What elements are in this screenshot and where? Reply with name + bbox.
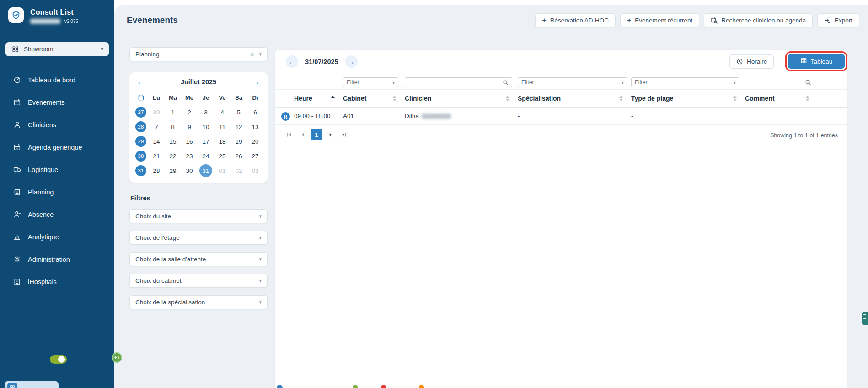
sidebar-item-cliniciens[interactable]: Cliniciens (0, 113, 114, 136)
evenement-recurrent-button[interactable]: + Evenement récurrent (620, 13, 699, 27)
sidebar-item-planning[interactable]: Planning (0, 181, 114, 203)
pagination-status: Showing 1 to 1 of 1 entries (770, 132, 838, 139)
user-menu-partial[interactable] (5, 381, 59, 388)
choix-de-letage-select[interactable]: Choix de l'étage ▾ (129, 231, 268, 245)
sidebar-item-logistique[interactable]: Logistique (0, 158, 114, 181)
next-day-button[interactable]: → (345, 55, 358, 68)
current-page-button[interactable]: 1 (311, 129, 322, 140)
sort-control[interactable] (393, 96, 396, 101)
calendar-day[interactable]: 14 (148, 134, 165, 149)
calendar-day[interactable]: 17 (198, 134, 214, 149)
workspace-selector[interactable]: Showroom ▾ (5, 42, 109, 56)
calendar-day[interactable]: 11 (214, 119, 230, 134)
calendar-day[interactable]: 1 (165, 105, 181, 119)
calendar-day[interactable]: 9 (181, 119, 198, 134)
calendar-next-button[interactable]: → (252, 78, 260, 86)
calendar-day[interactable]: 30 (148, 105, 165, 119)
type-plage-filter-select[interactable]: Filter ▾ (631, 77, 739, 87)
column-header-heure[interactable]: Heure (294, 95, 343, 102)
side-panel-handle[interactable] (862, 312, 868, 325)
notification-plus-badge[interactable]: +1 (112, 352, 122, 363)
sidebar-item-administration[interactable]: Administration (0, 248, 114, 270)
calendar-day[interactable]: 22 (165, 149, 181, 163)
calendar-day[interactable]: 18 (214, 134, 230, 149)
chevron-down-icon: ▾ (101, 46, 103, 52)
sidebar-item-agenda-generique[interactable]: Agenda générique (0, 136, 114, 158)
sort-control[interactable] (331, 96, 335, 101)
calendar-prev-button[interactable]: ← (137, 78, 145, 86)
sort-control[interactable] (619, 96, 623, 101)
calendar-day[interactable]: 2 (181, 105, 198, 119)
clear-icon[interactable]: × (250, 50, 254, 58)
calendar-day[interactable]: 6 (247, 105, 263, 119)
gear-icon (13, 255, 21, 264)
absence-icon (13, 210, 21, 219)
calendar-day[interactable]: 13 (247, 119, 263, 134)
sidebar-item-absence[interactable]: Absence (0, 203, 114, 226)
choix-du-cabinet-select[interactable]: Choix du cabinet ▾ (129, 274, 268, 288)
column-header-comment[interactable]: Comment (745, 95, 847, 102)
column-label: Type de plage (631, 95, 673, 102)
calendar-day[interactable]: 20 (247, 134, 263, 149)
calendar-day[interactable]: 7 (148, 119, 165, 134)
column-header-type-de-plage[interactable]: Type de plage (631, 95, 745, 102)
calendar-day[interactable]: 16 (181, 134, 198, 149)
comment-search[interactable] (745, 79, 811, 86)
week-number-badge[interactable]: 28 (135, 121, 146, 132)
sort-control[interactable] (733, 96, 737, 101)
week-number-badge[interactable]: 27 (135, 107, 146, 118)
calendar-day[interactable]: 19 (230, 134, 247, 149)
calendar-day[interactable]: 23 (181, 149, 198, 163)
first-page-button[interactable] (284, 129, 294, 140)
calendar-day[interactable]: 4 (214, 105, 230, 119)
sidebar-item-ihospitals[interactable]: iHospitals (0, 270, 114, 293)
calendar-day[interactable]: 28 (148, 163, 165, 178)
planning-select[interactable]: Planning × ▾ (129, 47, 268, 61)
next-page-button[interactable] (326, 129, 336, 140)
reservation-adhoc-button[interactable]: + Réservation AD-HOC (535, 13, 616, 27)
calendar-day[interactable]: 25 (214, 149, 230, 163)
week-number-badge[interactable]: 29 (135, 136, 146, 147)
prev-day-button[interactable]: ← (286, 55, 298, 68)
calendar-day[interactable]: 10 (198, 119, 214, 134)
calendar-day[interactable]: 01 (214, 163, 230, 178)
clinicien-search-input[interactable] (408, 79, 503, 86)
sidebar-item-evenements[interactable]: Evenements (0, 91, 114, 113)
calendar-day[interactable]: 26 (230, 149, 247, 163)
prev-page-button[interactable] (297, 129, 307, 140)
calendar-day-selected[interactable]: 31 (199, 164, 212, 177)
tableau-view-button-active[interactable]: Tableau (788, 54, 845, 69)
last-page-button[interactable] (339, 129, 349, 140)
calendar-day[interactable]: 29 (165, 163, 181, 178)
calendar-day[interactable]: 12 (230, 119, 247, 134)
calendar-day[interactable]: 30 (181, 163, 198, 178)
calendar-day[interactable]: 02 (230, 163, 247, 178)
calendar-day[interactable]: 21 (148, 149, 165, 163)
column-header-cabinet[interactable]: Cabinet (343, 95, 405, 102)
sidebar-item-tableau-de-bord[interactable]: Tableau de bord (0, 69, 114, 91)
choix-du-site-select[interactable]: Choix du site ▾ (129, 209, 268, 223)
week-number-badge[interactable]: 31 (135, 165, 146, 176)
choix-salle-attente-select[interactable]: Choix de la salle d'attente ▾ (129, 252, 268, 266)
calendar-day[interactable]: 24 (198, 149, 214, 163)
column-header-specialisation[interactable]: Spécialisation (518, 95, 631, 102)
week-number-badge[interactable]: 30 (135, 151, 146, 162)
calendar-day[interactable]: 3 (198, 105, 214, 119)
calendar-day[interactable]: 8 (165, 119, 181, 134)
column-header-clinicien[interactable]: Clinicien (405, 95, 518, 102)
sidebar-item-analytique[interactable]: Analytique (0, 226, 114, 248)
recherche-clinicien-button[interactable]: Recherche clinicien ou agenda (704, 13, 813, 27)
calendar-day[interactable]: 03 (247, 163, 263, 178)
calendar-day[interactable]: 27 (247, 149, 263, 163)
table-row[interactable]: R 09:00 - 18:00 A01 Dilha - - (275, 108, 847, 125)
calendar-day[interactable]: 5 (230, 105, 247, 119)
specialisation-filter-select[interactable]: Filter ▾ (518, 77, 627, 87)
sort-control[interactable] (506, 96, 509, 101)
choix-specialisation-select[interactable]: Choix de la spécialisation ▾ (129, 295, 268, 309)
calendar-day[interactable]: 15 (165, 134, 181, 149)
theme-toggle[interactable] (50, 355, 67, 364)
sort-control[interactable] (806, 96, 809, 101)
cabinet-filter-select[interactable]: Filter ▾ (343, 77, 398, 87)
export-button[interactable]: Export (817, 13, 859, 27)
horaire-view-button[interactable]: Horaire (729, 54, 774, 69)
